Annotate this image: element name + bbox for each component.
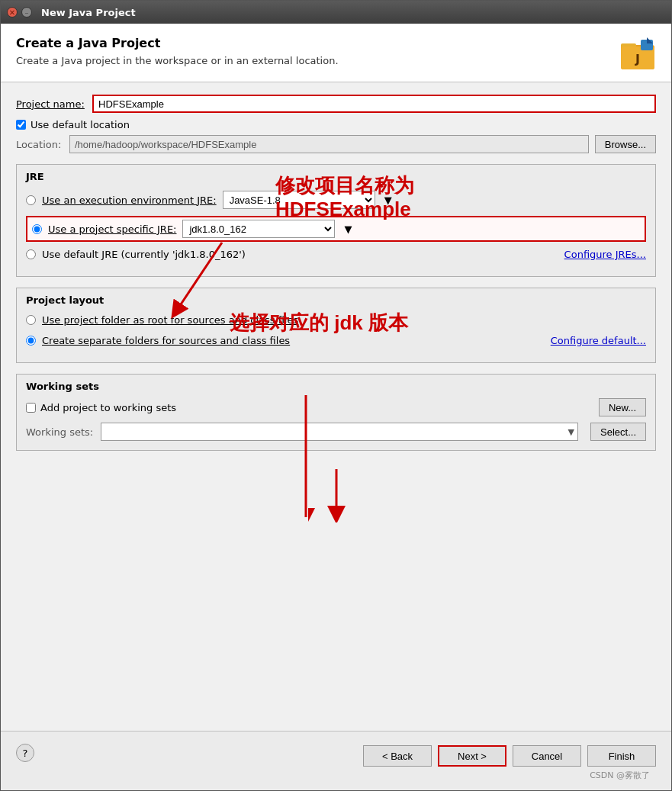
working-sets-input[interactable] xyxy=(104,426,568,438)
working-sets-dropdown-arrow: ▼ xyxy=(568,427,574,437)
new-java-project-window: ✕ – New Java Project Create a Java Proje… xyxy=(0,0,672,791)
project-name-label: Project name: xyxy=(16,98,92,110)
footer-row: ? < Back Next > Cancel Finish xyxy=(16,739,656,767)
layout-option1-radio[interactable] xyxy=(26,315,36,325)
jre-option1-dropdown[interactable]: JavaSE-1.8 xyxy=(223,191,375,209)
project-name-row: Project name: xyxy=(16,95,656,113)
add-to-working-sets-checkbox[interactable] xyxy=(26,403,36,413)
project-layout-title: Project layout xyxy=(26,294,646,306)
help-icon: ? xyxy=(23,748,28,759)
add-to-working-sets-label: Add project to working sets xyxy=(40,402,176,413)
help-button[interactable]: ? xyxy=(16,744,34,762)
header-text-area: Create a Java Project Create a Java proj… xyxy=(16,36,339,66)
jre-option2-arrow: ▼ xyxy=(344,223,352,235)
jre-option2-label: Use a project specific JRE: xyxy=(48,223,176,235)
working-sets-label: Working sets: xyxy=(26,426,95,438)
next-button[interactable]: Next > xyxy=(438,745,506,767)
select-working-set-button[interactable]: Select... xyxy=(590,423,646,441)
spacer-area xyxy=(16,461,656,507)
back-button[interactable]: < Back xyxy=(363,745,432,767)
dialog-footer: ? < Back Next > Cancel Finish CSDN @雾散了 xyxy=(1,731,671,790)
close-icon: ✕ xyxy=(9,8,15,17)
dialog-subtitle: Create a Java project in the workspace o… xyxy=(16,55,339,66)
finish-button[interactable]: Finish xyxy=(587,745,656,767)
dialog-title: Create a Java Project xyxy=(16,36,339,50)
minimize-button[interactable]: – xyxy=(21,7,32,18)
browse-button[interactable]: Browse... xyxy=(595,135,656,153)
title-bar: ✕ – New Java Project xyxy=(1,1,671,24)
new-working-set-button[interactable]: New... xyxy=(599,398,646,416)
use-default-location-checkbox[interactable] xyxy=(16,120,26,130)
minimize-icon: – xyxy=(25,8,29,17)
layout-option2-row: Create separate folders for sources and … xyxy=(26,333,646,349)
jre-title: JRE xyxy=(26,171,646,182)
jre-option1-row: Use an execution environment JRE: JavaSE… xyxy=(26,188,646,211)
jre-option3-row: Use default JRE (currently 'jdk1.8.0_162… xyxy=(26,246,646,262)
location-input[interactable] xyxy=(69,135,589,153)
location-row: Location: Browse... xyxy=(16,135,656,153)
jre-option3-radio[interactable] xyxy=(26,249,36,259)
layout-option1-label: Use project folder as root for sources a… xyxy=(42,314,298,326)
use-default-location-row: Use default location xyxy=(16,119,656,130)
watermark: CSDN @雾散了 xyxy=(16,767,656,783)
window-controls: ✕ – xyxy=(7,7,32,18)
working-sets-title: Working sets xyxy=(26,381,646,392)
working-sets-input-container: ▼ xyxy=(101,423,578,441)
working-sets-field-row: Working sets: ▼ Select... xyxy=(26,423,646,441)
window-title: New Java Project xyxy=(41,7,136,18)
layout-option2-radio[interactable] xyxy=(26,336,36,346)
arrow-3-svg xyxy=(260,461,413,523)
project-name-input[interactable] xyxy=(92,95,656,113)
jre-option1-radio[interactable] xyxy=(26,195,36,205)
jre-option3-label: Use default JRE (currently 'jdk1.8.0_162… xyxy=(42,249,246,260)
configure-default-link[interactable]: Configure default... xyxy=(551,335,646,346)
project-icon: J xyxy=(619,36,656,72)
layout-option2-label: Create separate folders for sources and … xyxy=(42,335,290,346)
form-area: 修改项目名称为 HDFSExample Project name: Use de… xyxy=(1,82,671,731)
close-button[interactable]: ✕ xyxy=(7,7,18,18)
jre-option2-row: Use a project specific JRE: jdk1.8.0_162… xyxy=(26,216,646,242)
location-label: Location: xyxy=(16,139,69,150)
jre-option2-dropdown[interactable]: jdk1.8.0_162 xyxy=(182,220,335,238)
cancel-button[interactable]: Cancel xyxy=(513,745,581,767)
action-buttons: < Back Next > Cancel Finish xyxy=(363,745,656,767)
jre-option2-radio[interactable] xyxy=(32,224,42,234)
svg-text:J: J xyxy=(635,52,640,66)
use-default-location-label: Use default location xyxy=(31,119,130,130)
folder-icon-svg: J xyxy=(619,36,656,72)
project-layout-group: Project layout Use project folder as roo… xyxy=(16,288,656,363)
jre-group: JRE Use an execution environment JRE: Ja… xyxy=(16,164,656,277)
dialog-header: Create a Java Project Create a Java proj… xyxy=(1,24,671,82)
configure-jres-link[interactable]: Configure JREs... xyxy=(564,249,646,260)
jre-option1-label: Use an execution environment JRE: xyxy=(42,195,217,206)
layout-option1-row: Use project folder as root for sources a… xyxy=(26,312,646,328)
working-sets-group: Working sets Add project to working sets… xyxy=(16,374,656,451)
jre-option1-arrow: ▼ xyxy=(384,195,392,206)
add-to-working-sets-row: Add project to working sets xyxy=(26,402,176,413)
